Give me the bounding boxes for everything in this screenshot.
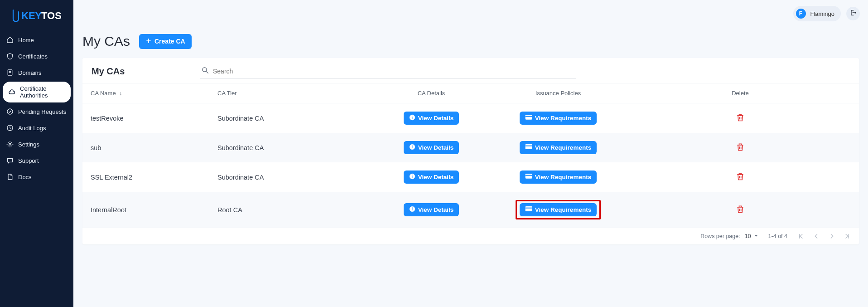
check-circle-icon <box>6 108 14 115</box>
file-icon <box>6 69 14 76</box>
page-prev-button[interactable] <box>813 233 820 240</box>
sidebar-item-label: Certificates <box>18 53 48 60</box>
cell-ca-name: sub <box>82 133 209 162</box>
table-row: subSubordinate CAiView DetailsView Requi… <box>82 133 859 162</box>
view-details-button[interactable]: iView Details <box>404 171 459 184</box>
view-details-button[interactable]: iView Details <box>404 203 459 216</box>
clock-icon <box>6 124 14 132</box>
cell-ca-tier: Subordinate CA <box>209 133 368 162</box>
col-header-details[interactable]: CA Details <box>368 83 495 103</box>
table-row: SSL External2Subordinate CAiView Details… <box>82 162 859 192</box>
sidebar-item-label: Pending Requests <box>18 108 66 115</box>
card-icon <box>525 173 532 181</box>
col-header-policies[interactable]: Issuance Policies <box>495 83 622 103</box>
brand-tos-text: TOS <box>41 10 62 21</box>
view-details-label: View Details <box>418 144 454 151</box>
page-next-button[interactable] <box>828 233 835 240</box>
sidebar-item-docs[interactable]: Docs <box>0 169 73 185</box>
cell-ca-name: InternalRoot <box>82 192 209 228</box>
view-details-button[interactable]: iView Details <box>404 141 459 154</box>
card-title: My CAs <box>92 66 182 77</box>
cell-ca-name: testRevoke <box>82 103 209 133</box>
svg-rect-16 <box>526 146 532 146</box>
view-requirements-button[interactable]: View Requirements <box>520 171 597 184</box>
sidebar-item-label: Certificate Authorities <box>20 85 65 99</box>
svg-text:i: i <box>412 116 413 120</box>
page-first-button[interactable] <box>797 233 805 240</box>
sidebar-nav: Home Certificates Domains Certificate Au… <box>0 32 73 185</box>
view-details-label: View Details <box>418 206 454 213</box>
view-requirements-button[interactable]: View Requirements <box>520 112 597 125</box>
info-icon: i <box>409 144 415 151</box>
view-requirements-label: View Requirements <box>535 144 591 151</box>
table-row: InternalRootRoot CAiView DetailsView Req… <box>82 192 859 228</box>
svg-point-3 <box>7 109 13 114</box>
plus-icon <box>145 38 152 45</box>
sidebar-item-certificate-authorities[interactable]: Certificate Authorities <box>3 82 71 102</box>
gear-icon <box>6 141 14 148</box>
svg-text:i: i <box>412 207 413 211</box>
cell-ca-details: iView Details <box>368 133 495 162</box>
avatar: F <box>796 9 806 19</box>
view-details-button[interactable]: iView Details <box>404 112 459 125</box>
svg-point-6 <box>203 68 207 72</box>
sidebar: KEY TOS Home Certificates Dom <box>0 0 73 307</box>
sidebar-item-audit-logs[interactable]: Audit Logs <box>0 120 73 136</box>
rows-per-page-value: 10 <box>745 233 751 239</box>
svg-rect-20 <box>526 174 532 179</box>
create-ca-button[interactable]: Create CA <box>139 34 192 49</box>
info-icon: i <box>409 173 415 181</box>
cell-ca-tier: Root CA <box>209 192 368 228</box>
cell-issuance-policies: View Requirements <box>495 162 622 192</box>
home-icon <box>6 36 14 44</box>
sort-desc-icon: ↓ <box>119 90 122 97</box>
page-last-button[interactable] <box>844 233 851 240</box>
cell-issuance-policies: View Requirements <box>495 192 622 228</box>
create-ca-label: Create CA <box>154 38 185 45</box>
view-requirements-button[interactable]: View Requirements <box>520 141 597 154</box>
logout-icon <box>849 9 857 18</box>
view-requirements-label: View Requirements <box>535 115 591 122</box>
sidebar-item-home[interactable]: Home <box>0 32 73 48</box>
col-header-name-label: CA Name <box>91 90 116 97</box>
sidebar-item-domains[interactable]: Domains <box>0 64 73 81</box>
sidebar-item-support[interactable]: Support <box>0 152 73 169</box>
view-details-label: View Details <box>418 174 454 180</box>
rows-per-page: Rows per page: 10 <box>700 233 758 239</box>
cell-issuance-policies: View Requirements <box>495 103 622 133</box>
search-input[interactable] <box>213 68 575 75</box>
col-header-tier[interactable]: CA Tier <box>209 83 368 103</box>
svg-rect-25 <box>526 206 532 211</box>
ca-table: CA Name ↓ CA Tier CA Details Issuance Po… <box>82 83 859 228</box>
logout-button[interactable] <box>846 7 860 20</box>
cell-ca-details: iView Details <box>368 192 495 228</box>
highlighted-view-requirements: View Requirements <box>516 200 601 219</box>
cell-ca-name: SSL External2 <box>82 162 209 192</box>
sidebar-item-certificates[interactable]: Certificates <box>0 48 73 64</box>
cell-delete <box>622 162 859 192</box>
svg-text:i: i <box>412 145 413 149</box>
user-menu[interactable]: F Flamingo <box>793 6 841 21</box>
sidebar-item-pending-requests[interactable]: Pending Requests <box>0 103 73 120</box>
col-header-name[interactable]: CA Name ↓ <box>82 83 209 103</box>
delete-button[interactable] <box>736 171 745 183</box>
svg-point-5 <box>9 143 11 145</box>
card-icon <box>525 144 532 151</box>
brand-logo: KEY TOS <box>0 5 73 25</box>
topbar: F Flamingo <box>73 0 868 27</box>
sidebar-item-label: Support <box>18 157 39 164</box>
view-details-label: View Details <box>418 115 454 122</box>
cell-ca-tier: Subordinate CA <box>209 162 368 192</box>
info-icon: i <box>409 206 415 214</box>
sidebar-item-settings[interactable]: Settings <box>0 136 73 152</box>
search-field-wrap <box>200 64 576 78</box>
col-header-delete[interactable]: Delete <box>622 83 859 103</box>
rows-per-page-select[interactable]: 10 <box>745 233 758 239</box>
delete-button[interactable] <box>736 142 745 153</box>
delete-button[interactable] <box>736 204 745 215</box>
search-icon <box>201 66 209 76</box>
chat-icon <box>6 157 14 164</box>
cell-ca-tier: Subordinate CA <box>209 103 368 133</box>
delete-button[interactable] <box>736 112 745 124</box>
view-requirements-button[interactable]: View Requirements <box>520 203 597 216</box>
